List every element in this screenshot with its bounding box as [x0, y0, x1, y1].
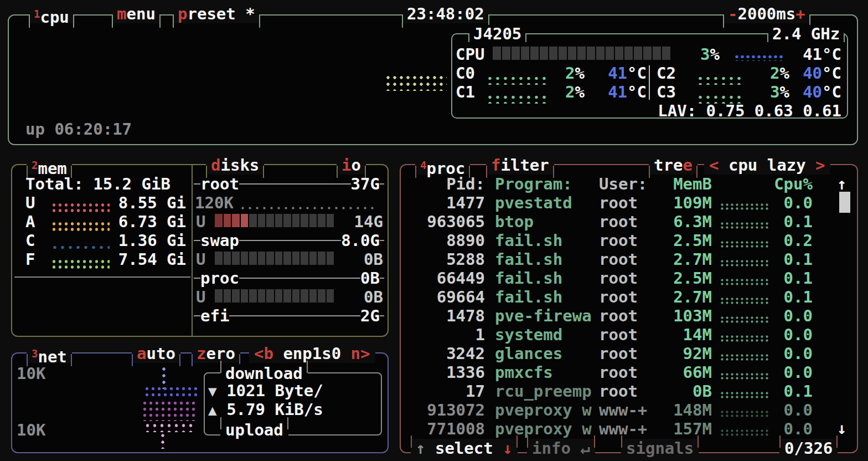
proc-pid: 3242 — [404, 344, 485, 363]
cpu-total-label: CPU — [456, 45, 484, 64]
preset-button[interactable]: preset * — [173, 4, 260, 23]
col-pid[interactable]: Pid: — [404, 175, 485, 193]
proc-program: fail.sh — [495, 288, 599, 306]
proc-cpu-graph — [720, 382, 771, 401]
proc-mem: 6.3M — [661, 212, 712, 231]
proc-program: pve-firewa — [495, 306, 599, 325]
proc-cpu-graph — [720, 419, 771, 438]
proc-pid: 1336 — [404, 363, 485, 382]
download-arrow-icon: ▼ — [208, 383, 217, 399]
io-toggle[interactable]: io — [337, 156, 366, 175]
proc-cpu-graph — [720, 325, 771, 344]
core-c2-percent: 2% — [736, 64, 789, 83]
menu-button[interactable]: menu — [112, 4, 161, 23]
net-box-title[interactable]: 3net — [27, 344, 72, 363]
core-c1-label: C1 — [456, 83, 475, 101]
proc-user: root — [599, 325, 661, 344]
table-row[interactable]: 66449 fail.sh root 2.5M 0.1 — [404, 269, 841, 288]
table-row[interactable]: 5288 fail.sh root 2.7M 0.1 — [404, 250, 841, 269]
proc-cpu: 0.1 — [771, 288, 813, 306]
table-row[interactable]: 69664 fail.sh root 2.7M 0.1 — [404, 288, 841, 306]
net-auto-toggle[interactable]: auto — [132, 344, 180, 363]
cpu-box-title[interactable]: 1cpu — [29, 4, 74, 23]
proc-program: pvestatd — [495, 193, 599, 212]
proc-pid: 963065 — [404, 212, 485, 231]
net-box-hotkey: 3 — [32, 347, 38, 360]
net-upload-graph — [142, 400, 197, 421]
proc-cpu: 0.0 — [771, 306, 813, 325]
table-row[interactable]: 1336 pmxcfs root 66M 0.0 — [404, 363, 841, 382]
scroll-up-icon[interactable]: ↑ — [837, 175, 846, 193]
proc-mem: 2.7M — [661, 250, 712, 269]
cpu-model: J4205 — [468, 25, 526, 43]
proc-box-title[interactable]: 4proc — [415, 156, 470, 175]
proc-user: root — [599, 288, 661, 306]
disk-swap-used-label: U — [196, 250, 205, 269]
table-row[interactable]: 963065 btop root 6.3M 0.1 — [404, 212, 841, 231]
proc-program: fail.sh — [495, 250, 599, 269]
disk-swap-meter — [215, 252, 334, 265]
proc-pid: 66449 — [404, 269, 485, 288]
sort-next-arrow[interactable]: > — [815, 156, 825, 175]
info-control[interactable]: info ↵ — [527, 439, 595, 458]
net-upload-title: upload — [220, 421, 288, 439]
net-interface-switcher[interactable]: <b enp1s0 n> — [249, 344, 375, 363]
interval-increase-button[interactable]: + — [795, 4, 805, 23]
disk-root-used-label: U — [196, 212, 205, 231]
proc-mem: 66M — [661, 363, 712, 382]
proc-mem: 2.7M — [661, 288, 712, 306]
proc-tree-toggle[interactable]: tree — [649, 156, 698, 175]
disk-root-name: root — [200, 175, 239, 193]
table-row[interactable]: 1478 pve-firewa root 103M 0.0 — [404, 306, 841, 325]
table-row[interactable]: 8890 fail.sh root 2.5M 0.2 — [404, 231, 841, 250]
cpu-total-temp: 41°C — [786, 45, 841, 64]
proc-program: pveproxy w — [495, 419, 599, 438]
disks-toggle[interactable]: disks — [206, 156, 264, 175]
mem-total: Total: 15.2 GiB — [25, 175, 170, 193]
disk-proc-name: proc — [200, 269, 239, 288]
disk-root-io: 120K — [195, 193, 234, 212]
col-mem[interactable]: MemB — [661, 175, 712, 193]
net-scale-top: 10K — [17, 364, 45, 383]
sort-mode: cpu lazy — [719, 156, 815, 175]
signals-control[interactable]: signals — [621, 439, 699, 458]
proc-program: btop — [495, 212, 599, 231]
disk-proc-meter — [215, 289, 334, 303]
table-row[interactable]: 913072 pveproxy w www-+ 148M 0.0 — [404, 401, 841, 419]
interval-decrease-button[interactable]: - — [728, 4, 737, 23]
table-row[interactable]: 1 systemd root 14M 0.0 — [404, 325, 841, 344]
col-program[interactable]: Program: — [495, 175, 599, 193]
disk-proc: proc0B — [194, 269, 384, 288]
net-interface-name: enp1s0 — [273, 344, 351, 363]
proc-cpu: 0.0 — [771, 344, 813, 363]
proc-cpu-graph — [720, 401, 771, 419]
proc-program: rcu_preemp — [495, 382, 599, 401]
table-row[interactable]: 1477 pvestatd root 109M 0.0 — [404, 193, 841, 212]
disk-root: root37G — [194, 175, 384, 193]
table-row[interactable]: 771008 pveproxy w www-+ 157M 0.0 — [404, 419, 841, 438]
proc-filter-button[interactable]: filter — [486, 156, 554, 175]
mem-cached-value: 1.36 Gi — [83, 231, 186, 250]
net-download-graph — [144, 386, 197, 399]
col-user[interactable]: User: — [599, 175, 661, 193]
net-zero-toggle[interactable]: zero — [192, 344, 240, 363]
table-row[interactable]: 17 rcu_preemp root 0B 0.1 — [404, 382, 841, 401]
proc-sort-selector[interactable]: < cpu lazy > — [704, 156, 830, 175]
disk-root-size: 37G — [351, 175, 380, 193]
proc-pid: 69664 — [404, 288, 485, 306]
load-average: LAV: 0.75 0.63 0.61 — [609, 101, 841, 120]
core-column-divider — [649, 65, 650, 100]
cpu-usage-graph — [385, 74, 447, 91]
table-row[interactable]: 3242 glances root 92M 0.0 — [404, 344, 841, 363]
col-cpu[interactable]: Cpu% — [771, 175, 813, 193]
select-control[interactable]: ↑ select ↓ — [411, 439, 518, 458]
mem-box-title[interactable]: 2mem — [27, 156, 72, 175]
proc-cpu: 0.1 — [771, 269, 813, 288]
sort-prev-arrow[interactable]: < — [709, 156, 719, 175]
proc-user: root — [599, 269, 661, 288]
proc-mem: 157M — [661, 419, 712, 438]
proc-mem: 2.5M — [661, 231, 712, 250]
proc-user: www-+ — [599, 419, 661, 438]
proc-pid: 1477 — [404, 193, 485, 212]
proc-pid: 771008 — [404, 419, 485, 438]
